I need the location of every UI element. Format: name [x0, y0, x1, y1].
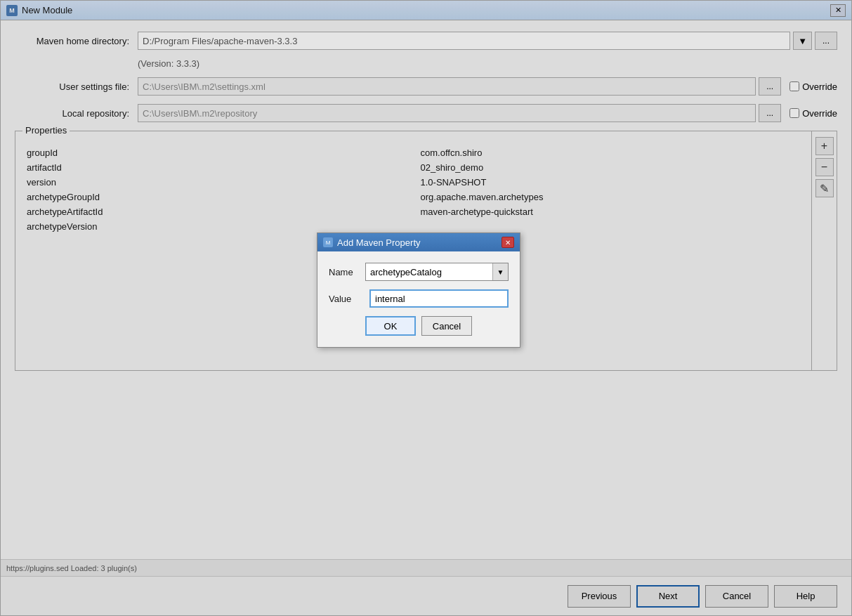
dialog-ok-button[interactable]: OK — [365, 316, 416, 336]
main-window: M New Module ✕ Maven home directory: ▼ .… — [0, 0, 852, 616]
dialog-close-button[interactable]: ✕ — [502, 237, 514, 248]
dialog-content: Name ▼ Value OK Cancel — [317, 251, 520, 347]
dialog-title-bar: M Add Maven Property ✕ — [317, 233, 520, 251]
dialog-name-input[interactable] — [366, 263, 492, 280]
dialog-buttons: OK Cancel — [329, 316, 509, 336]
dialog-name-dropdown-arrow[interactable]: ▼ — [492, 263, 508, 280]
dialog-name-row: Name ▼ — [329, 263, 509, 281]
dialog-name-label: Name — [329, 267, 360, 277]
dialog-value-row: Value — [329, 289, 509, 308]
dialog-cancel-button[interactable]: Cancel — [421, 316, 472, 336]
dialog-name-input-container: ▼ — [365, 263, 509, 281]
dialog-icon: M — [323, 237, 333, 247]
dialog-value-label: Value — [329, 294, 364, 304]
dialog-title: Add Maven Property — [337, 237, 502, 248]
dialog-overlay: M Add Maven Property ✕ Name ▼ Value — [1, 1, 851, 615]
add-maven-property-dialog: M Add Maven Property ✕ Name ▼ Value — [317, 232, 520, 348]
dialog-value-input[interactable] — [369, 289, 509, 308]
